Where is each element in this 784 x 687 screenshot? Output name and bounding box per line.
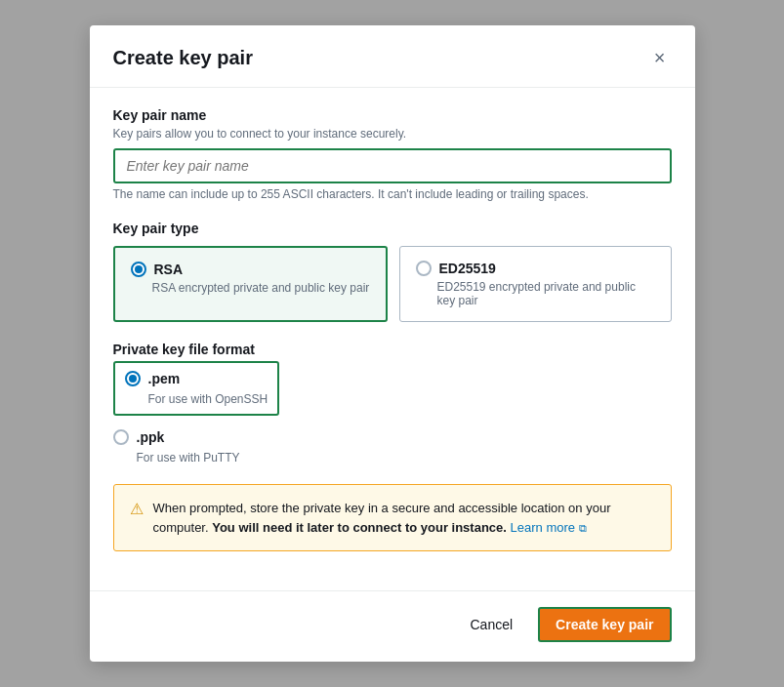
cancel-button[interactable]: Cancel bbox=[457, 609, 527, 640]
pem-radio-circle bbox=[125, 371, 141, 386]
rsa-radio-circle bbox=[131, 262, 146, 277]
radio-card-ed25519[interactable]: ED25519 ED25519 encrypted private and pu… bbox=[399, 246, 672, 322]
key-pair-type-section: Key pair type RSA RSA encrypted private … bbox=[113, 221, 672, 322]
key-pair-name-hint-top: Key pairs allow you to connect to your i… bbox=[113, 127, 672, 141]
create-key-pair-modal: Create key pair × Key pair name Key pair… bbox=[90, 25, 695, 662]
alert-text: When prompted, store the private key in … bbox=[153, 499, 655, 537]
create-key-pair-button[interactable]: Create key pair bbox=[538, 607, 671, 642]
ppk-description: For use with PuTTY bbox=[137, 451, 672, 465]
rsa-title: RSA bbox=[131, 262, 370, 277]
key-pair-name-hint-bottom: The name can include up to 255 ASCII cha… bbox=[113, 187, 672, 201]
key-pair-name-input-wrapper bbox=[113, 148, 672, 183]
ed25519-description: ED25519 encrypted private and public key… bbox=[437, 280, 655, 307]
learn-more-link[interactable]: Learn more ⧉ bbox=[511, 520, 587, 535]
pem-label: .pem bbox=[148, 371, 181, 386]
private-key-format-label: Private key file format bbox=[113, 342, 672, 357]
ppk-label: .ppk bbox=[137, 429, 165, 445]
external-link-icon: ⧉ bbox=[579, 522, 587, 534]
rsa-description: RSA encrypted private and public key pai… bbox=[152, 281, 370, 295]
ppk-option[interactable]: .ppk For use with PuTTY bbox=[113, 429, 672, 465]
rsa-label: RSA bbox=[154, 262, 184, 277]
key-pair-name-section: Key pair name Key pairs allow you to con… bbox=[113, 107, 672, 201]
key-pair-name-input[interactable] bbox=[115, 150, 670, 182]
ppk-radio-row: .ppk bbox=[113, 429, 672, 445]
pem-description: For use with OpenSSH bbox=[148, 392, 268, 406]
alert-box: ⚠ When prompted, store the private key i… bbox=[113, 484, 672, 551]
key-pair-name-label: Key pair name bbox=[113, 107, 672, 123]
ed25519-title: ED25519 bbox=[416, 261, 655, 276]
key-pair-type-label: Key pair type bbox=[113, 221, 672, 236]
modal-body: Key pair name Key pairs allow you to con… bbox=[90, 88, 695, 590]
modal-title: Create key pair bbox=[113, 47, 253, 69]
pem-option-wrapper[interactable]: .pem For use with OpenSSH bbox=[113, 361, 280, 416]
radio-card-rsa[interactable]: RSA RSA encrypted private and public key… bbox=[113, 246, 388, 322]
learn-more-label: Learn more bbox=[511, 520, 575, 535]
ed25519-label: ED25519 bbox=[439, 261, 496, 276]
alert-text-bold: You will need it later to connect to you… bbox=[212, 520, 507, 535]
modal-footer: Cancel Create key pair bbox=[90, 590, 695, 662]
ed25519-radio-circle bbox=[416, 261, 432, 276]
key-pair-type-options: RSA RSA encrypted private and public key… bbox=[113, 246, 672, 322]
modal-header: Create key pair × bbox=[90, 25, 695, 88]
warning-icon: ⚠ bbox=[130, 500, 144, 537]
close-button[interactable]: × bbox=[648, 45, 672, 71]
private-key-format-section: Private key file format .pem For use wit… bbox=[113, 342, 672, 465]
pem-radio-row: .pem bbox=[125, 371, 268, 386]
ppk-radio-circle bbox=[113, 429, 129, 445]
